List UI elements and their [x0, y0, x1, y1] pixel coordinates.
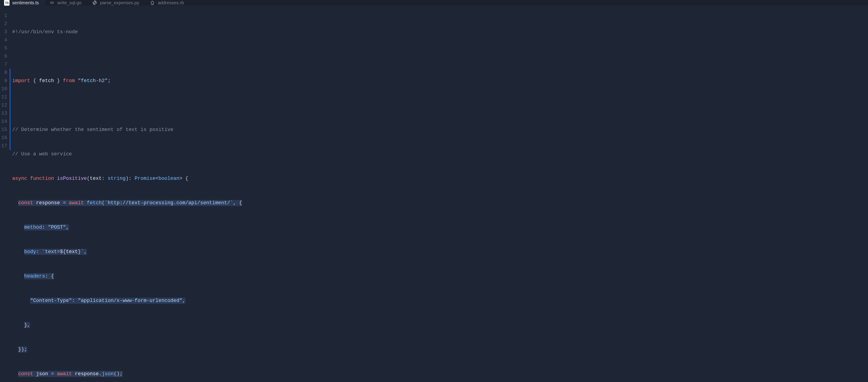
- line-number: 3: [0, 28, 7, 36]
- code-line: },: [12, 321, 242, 329]
- line-number: 4: [0, 36, 7, 44]
- line-number: 2: [0, 20, 7, 28]
- python-icon: [92, 0, 97, 5]
- code-line: import { fetch } from "fetch-h2";: [12, 77, 242, 85]
- code-editor: TS sentiments.ts write_sql.go parse_expe…: [0, 0, 868, 382]
- tab-sentiments-ts[interactable]: TS sentiments.ts: [0, 0, 45, 5]
- go-icon: [49, 0, 55, 5]
- line-number: 16: [0, 134, 7, 142]
- tab-label: write_sql.go: [57, 0, 82, 5]
- tab-parse-expenses-py[interactable]: parse_expenses.py: [88, 0, 146, 5]
- line-number: 10: [0, 85, 7, 93]
- code-line: });: [12, 346, 242, 354]
- code-line: const json = await response.json();: [12, 370, 242, 378]
- line-gutter: 1 2 3 4 5 6 7 8 9 10 11 12 13 14 15 16 1…: [0, 12, 9, 382]
- code-line: // Use a web service: [12, 150, 242, 158]
- code-line: // Determine whether the sentiment of te…: [12, 126, 242, 134]
- modified-indicator: [10, 69, 10, 150]
- tab-label: addresses.rb: [158, 0, 184, 5]
- code-line: #!/usr/bin/env ts-node: [12, 28, 242, 36]
- line-number: 13: [0, 110, 7, 118]
- tab-write-sql-go[interactable]: write_sql.go: [45, 0, 88, 5]
- line-number: 12: [0, 101, 7, 110]
- tab-label: parse_expenses.py: [100, 0, 139, 5]
- code-line: [12, 101, 242, 110]
- code-line: const response = await fetch(`http://tex…: [12, 199, 242, 207]
- typescript-icon: TS: [4, 0, 9, 5]
- line-number: 14: [0, 118, 7, 126]
- svg-point-0: [50, 2, 52, 3]
- tab-bar: TS sentiments.ts write_sql.go parse_expe…: [0, 0, 868, 5]
- code-line: headers: {: [12, 272, 242, 281]
- line-number: 1: [0, 12, 7, 20]
- code-area[interactable]: 1 2 3 4 5 6 7 8 9 10 11 12 13 14 15 16 1…: [0, 5, 868, 382]
- code-line: "Content-Type": "application/x-www-form-…: [12, 297, 242, 305]
- tab-addresses-rb[interactable]: addresses.rb: [146, 0, 190, 5]
- line-number: 17: [0, 142, 7, 150]
- code-line: async function isPositive(text: string):…: [12, 175, 242, 183]
- line-number: 7: [0, 61, 7, 69]
- line-number: 9: [0, 77, 7, 85]
- line-number: 6: [0, 53, 7, 61]
- line-number: 11: [0, 93, 7, 101]
- line-number: 5: [0, 44, 7, 53]
- code-line: body: `text=${text}`,: [12, 248, 242, 256]
- svg-point-1: [52, 2, 54, 3]
- line-number: 8: [0, 69, 7, 77]
- line-number: 15: [0, 126, 7, 134]
- code-line: method: "POST",: [12, 224, 242, 232]
- code-content[interactable]: #!/usr/bin/env ts-node import { fetch } …: [9, 12, 242, 382]
- tab-label: sentiments.ts: [12, 0, 39, 5]
- code-line: [12, 53, 242, 61]
- ruby-icon: [150, 0, 155, 5]
